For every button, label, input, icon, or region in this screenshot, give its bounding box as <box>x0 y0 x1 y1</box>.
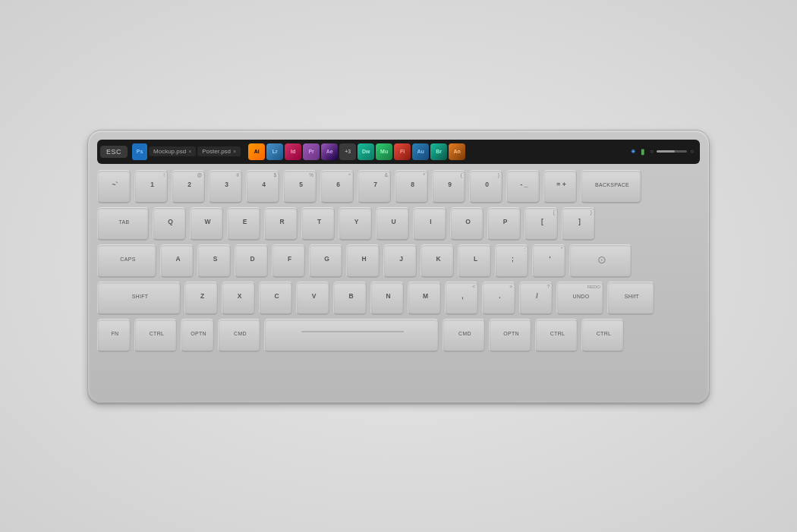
app-icon-mu[interactable]: Mu <box>376 143 392 160</box>
spacebar-line <box>301 331 404 332</box>
brightness-control[interactable]: ○ ○ <box>650 148 694 155</box>
battery-icon: ▮ <box>641 147 645 156</box>
key-period[interactable]: >. <box>482 282 515 315</box>
key-spacebar[interactable] <box>264 319 439 352</box>
brightness-track <box>657 150 687 153</box>
brightness-max-icon: ○ <box>690 148 694 155</box>
key-tab[interactable]: TAB <box>97 207 149 241</box>
key-o[interactable]: O <box>450 207 484 241</box>
app-icon-au[interactable]: Au <box>412 143 429 160</box>
key-opt-right[interactable]: OPTN <box>489 319 531 352</box>
key-comma[interactable]: <, <box>445 282 478 315</box>
key-c[interactable]: C <box>259 282 292 315</box>
key-row-2: TAB Q W E R T Y U I O P {[ }] <box>97 207 700 241</box>
app-icon-ai[interactable]: Ai <box>248 143 265 160</box>
key-shift-left[interactable]: SHIFT <box>97 282 181 315</box>
key-ctrl-right-1[interactable]: CTRL <box>535 319 578 352</box>
key-v[interactable]: V <box>296 282 329 315</box>
app-icon-lr[interactable]: Lr <box>266 143 283 160</box>
brightness-min-icon: ○ <box>650 148 654 155</box>
tab-poster[interactable]: Poster.psd × <box>197 146 241 156</box>
key-7[interactable]: &7 <box>358 170 391 203</box>
key-9[interactable]: (9 <box>432 170 465 203</box>
key-opt-left[interactable]: OPTN <box>181 319 214 352</box>
key-n[interactable]: N <box>370 282 404 315</box>
app-icon-ae[interactable]: Ae <box>321 143 338 160</box>
key-row-5: FN CTRL OPTN CMD CMD OPTN CTRL CTRL <box>97 319 700 352</box>
key-shift-right[interactable]: SHIfT <box>607 282 654 315</box>
key-u[interactable]: U <box>376 207 409 241</box>
key-cmd-right[interactable]: CMD <box>443 319 485 352</box>
key-z[interactable]: Z <box>184 282 218 315</box>
key-x[interactable]: X <box>222 282 255 315</box>
key-slash[interactable]: ?/ <box>519 282 553 315</box>
key-s[interactable]: S <box>197 244 231 278</box>
ps-group: Ps Mockup.psd × Poster.psd × <box>132 143 241 160</box>
key-w[interactable]: W <box>190 207 223 241</box>
key-lbracket[interactable]: {[ <box>525 207 558 241</box>
key-caps[interactable]: CAPS <box>97 244 156 278</box>
key-b[interactable]: B <box>333 282 367 315</box>
key-4[interactable]: $4 <box>246 170 279 203</box>
key-d[interactable]: D <box>235 244 268 278</box>
app-icon-an[interactable]: An <box>449 143 465 160</box>
app-icon-more[interactable]: +3 <box>339 143 356 160</box>
key-fn[interactable]: FN <box>97 319 131 352</box>
key-y[interactable]: Y <box>339 207 372 241</box>
key-l[interactable]: L <box>458 244 491 278</box>
key-2[interactable]: @2 <box>172 170 205 203</box>
esc-key[interactable]: ESC <box>100 146 128 158</box>
key-row-1: ~` !1 @2 #3 $4 %5 ^6 &7 *8 (9 )0 - _ = +… <box>97 170 700 203</box>
touch-bar-right: ⁕ ▮ ○ ○ <box>630 147 697 156</box>
app-icon-dw[interactable]: Dw <box>358 143 374 160</box>
key-h[interactable]: H <box>346 244 380 278</box>
key-p[interactable]: P <box>487 207 521 241</box>
key-ctrl-right-2[interactable]: CTRL <box>581 319 624 352</box>
key-6[interactable]: ^6 <box>320 170 354 203</box>
key-r[interactable]: R <box>264 207 298 241</box>
key-f[interactable]: F <box>272 244 305 278</box>
keys-area: ~` !1 @2 #3 $4 %5 ^6 &7 *8 (9 )0 - _ = +… <box>97 170 700 352</box>
bluetooth-icon: ⁕ <box>630 147 636 156</box>
key-t[interactable]: T <box>301 207 335 241</box>
key-1[interactable]: !1 <box>134 170 168 203</box>
key-backspace[interactable]: BACKSPACE <box>581 170 641 203</box>
key-quote[interactable]: "' <box>532 244 565 278</box>
key-row-3: CAPS A S D F G H J K L :; "' ⊙ <box>97 244 700 278</box>
key-j[interactable]: J <box>383 244 417 278</box>
app-icon-id[interactable]: Id <box>285 143 301 160</box>
key-tilde[interactable]: ~` <box>97 170 131 203</box>
app-icon-br[interactable]: Br <box>430 143 447 160</box>
tab-mockup[interactable]: Mockup.psd × <box>149 146 196 156</box>
key-3[interactable]: #3 <box>209 170 242 203</box>
keyboard: ESC Ps Mockup.psd × Poster.psd × Ai Lr I… <box>87 130 710 403</box>
app-icon-fl[interactable]: Fl <box>394 143 411 160</box>
key-i[interactable]: I <box>413 207 446 241</box>
key-ctrl-left[interactable]: CTRL <box>134 319 177 352</box>
key-row-4: SHIFT Z X C V B N M <, >. ?/ REDOUNDO SH… <box>97 282 700 315</box>
key-semicolon[interactable]: :; <box>495 244 528 278</box>
key-8[interactable]: *8 <box>395 170 428 203</box>
app-icons-strip: Ai Lr Id Pr Ae +3 Dw Mu Fl Au Br An <box>248 143 465 160</box>
key-enter[interactable]: ⊙ <box>569 244 632 278</box>
app-icon-pr[interactable]: Pr <box>303 143 320 160</box>
key-5[interactable]: %5 <box>283 170 317 203</box>
key-equals[interactable]: = + <box>543 170 577 203</box>
key-0[interactable]: )0 <box>469 170 502 203</box>
key-cmd-left[interactable]: CMD <box>218 319 260 352</box>
ps-icon: Ps <box>132 143 147 160</box>
key-k[interactable]: K <box>421 244 454 278</box>
key-rbracket[interactable]: }] <box>562 207 595 241</box>
key-a[interactable]: A <box>160 244 194 278</box>
key-e[interactable]: E <box>227 207 260 241</box>
key-undo[interactable]: REDOUNDO <box>556 282 603 315</box>
touch-bar: ESC Ps Mockup.psd × Poster.psd × Ai Lr I… <box>97 140 700 164</box>
key-m[interactable]: M <box>408 282 441 315</box>
key-minus[interactable]: - _ <box>506 170 540 203</box>
brightness-fill <box>657 150 675 153</box>
key-q[interactable]: Q <box>153 207 186 241</box>
key-g[interactable]: G <box>309 244 342 278</box>
touch-bar-app-strip: Ps Mockup.psd × Poster.psd × Ai Lr Id Pr… <box>132 143 630 160</box>
